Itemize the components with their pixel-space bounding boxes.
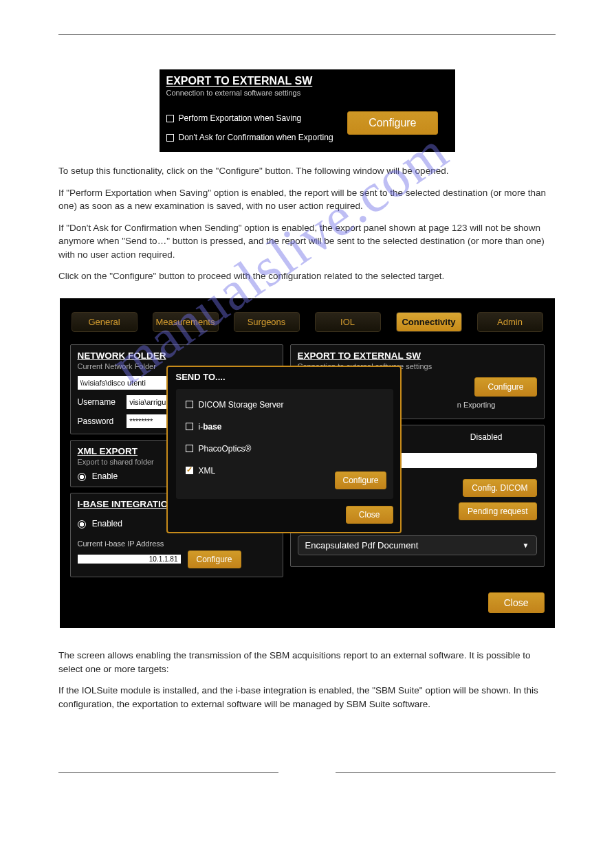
box-title: NETWORK FOLDER bbox=[78, 350, 276, 361]
export-panel: EXPORT TO EXTERNAL SW Connection to exte… bbox=[160, 69, 455, 152]
password-label: Password bbox=[78, 416, 120, 426]
export-mode-dropdown[interactable]: Encapsulated Pdf Document ▼ bbox=[298, 535, 537, 555]
opt-phaco: PhacoOptics® bbox=[199, 444, 252, 454]
tab-surgeons[interactable]: Surgeons bbox=[234, 312, 300, 332]
modal-close-button[interactable]: Close bbox=[346, 506, 393, 524]
radio-icon[interactable] bbox=[78, 471, 90, 481]
paragraph: If the IOLSuite module is installed, and… bbox=[58, 684, 556, 711]
paragraph: Click on the "Configure" button to proce… bbox=[58, 269, 556, 283]
opt-ibase: i-base bbox=[199, 422, 222, 432]
panel-subtitle: Connection to external software settings bbox=[166, 89, 448, 97]
modal-title: SEND TO.... bbox=[176, 372, 393, 382]
cb-dont-ask: Don't Ask for Confirmation when Exportin… bbox=[179, 133, 333, 142]
footer-left bbox=[58, 772, 278, 773]
top-rule bbox=[58, 34, 556, 35]
close-button[interactable]: Close bbox=[488, 592, 545, 613]
tab-general[interactable]: General bbox=[72, 312, 138, 332]
opt-xml: XML bbox=[199, 466, 216, 476]
radio-icon[interactable] bbox=[78, 519, 90, 528]
checkbox-icon[interactable] bbox=[186, 423, 193, 430]
cb-perform-export: Perform Exportation when Saving bbox=[179, 113, 302, 123]
tab-connectivity[interactable]: Connectivity bbox=[396, 312, 462, 332]
configure-button[interactable]: Configure bbox=[474, 377, 536, 397]
checkbox-icon[interactable] bbox=[186, 401, 193, 408]
tab-admin[interactable]: Admin bbox=[477, 312, 543, 332]
footer-right bbox=[336, 772, 556, 773]
settings-screenshot: General Measurements Surgeons IOL Connec… bbox=[60, 298, 555, 628]
tab-measurements[interactable]: Measurements bbox=[153, 312, 219, 332]
tab-bar: General Measurements Surgeons IOL Connec… bbox=[70, 312, 545, 332]
ip-label: Current i-base IP Address bbox=[78, 539, 276, 548]
configure-button[interactable]: Configure bbox=[188, 550, 241, 568]
send-to-modal: SEND TO.... DICOM Storage Server i-base … bbox=[166, 366, 402, 533]
body-text: To setup this functionality, click on th… bbox=[58, 164, 556, 283]
paragraph: If "Don't Ask for Confirmation when Send… bbox=[58, 221, 556, 262]
checkbox-icon[interactable] bbox=[166, 134, 174, 142]
folder-input[interactable] bbox=[78, 376, 167, 390]
paragraph: To setup this functionality, click on th… bbox=[58, 164, 556, 178]
chevron-down-icon: ▼ bbox=[523, 542, 529, 549]
config-dicom-button[interactable]: Config. DICOM bbox=[463, 479, 536, 497]
enable-label: Enable bbox=[92, 471, 118, 481]
checkbox-icon[interactable] bbox=[166, 115, 174, 122]
configure-button[interactable]: Configure bbox=[347, 111, 437, 135]
panel-title: EXPORT TO EXTERNAL SW bbox=[166, 75, 448, 87]
footer bbox=[58, 772, 556, 773]
after-text: The screen allows enabling the transmiss… bbox=[58, 649, 556, 711]
dropdown-value: Encapsulated Pdf Document bbox=[305, 540, 419, 550]
tab-iol[interactable]: IOL bbox=[315, 312, 381, 332]
modal-configure-button[interactable]: Configure bbox=[335, 471, 386, 489]
checkbox-icon[interactable] bbox=[186, 445, 193, 452]
paragraph: If "Perform Exportation when Saving" opt… bbox=[58, 186, 556, 213]
enabled-label: Enabled bbox=[92, 519, 122, 528]
box-title: EXPORT TO EXTERNAL SW bbox=[298, 350, 537, 361]
username-label: Username bbox=[78, 397, 120, 407]
opt-dicom: DICOM Storage Server bbox=[199, 400, 284, 410]
ip-value[interactable]: 10.1.1.81 bbox=[78, 555, 181, 564]
checkbox-icon[interactable] bbox=[186, 467, 193, 474]
pending-request-button[interactable]: Pending request bbox=[459, 502, 536, 520]
paragraph: The screen allows enabling the transmiss… bbox=[58, 649, 556, 676]
